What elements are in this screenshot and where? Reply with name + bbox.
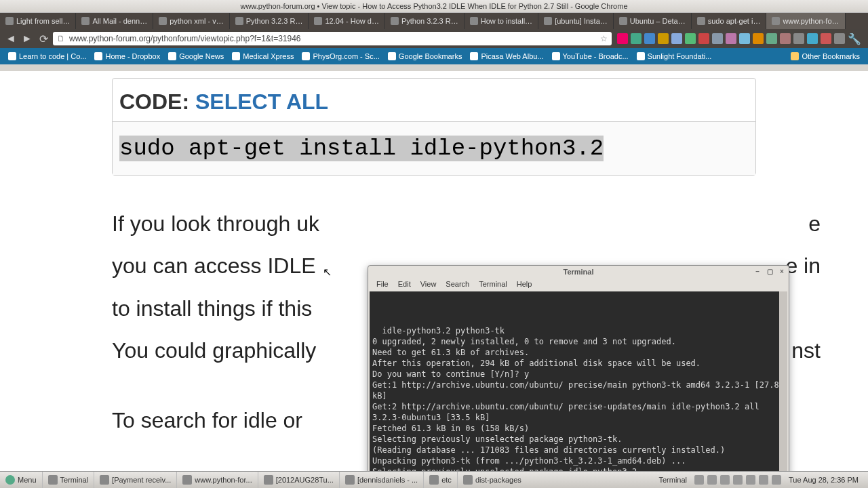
browser-tab[interactable]: All Mail - denn… <box>76 13 153 29</box>
favicon-icon <box>232 52 240 60</box>
extension-icon[interactable] <box>671 33 682 44</box>
extension-icon[interactable] <box>644 33 655 44</box>
extension-icon[interactable] <box>793 33 804 44</box>
app-icon <box>100 475 109 485</box>
favicon-icon <box>5 17 14 25</box>
minimize-button[interactable]: – <box>753 267 762 275</box>
extension-icon[interactable] <box>698 33 709 44</box>
bookmark-item[interactable]: Medical Xpress <box>228 52 298 60</box>
extension-icon[interactable] <box>753 33 764 44</box>
browser-tab[interactable]: [ubuntu] Insta… <box>538 13 614 29</box>
taskbar: Menu Terminal[Payment receiv...www.pytho… <box>0 471 868 488</box>
maximize-button[interactable]: ▢ <box>766 267 774 275</box>
favicon-icon <box>470 52 478 60</box>
taskbar-task[interactable]: Terminal <box>42 472 94 488</box>
favicon-icon <box>544 17 552 25</box>
terminal-menubar: FileEditViewSearchTerminalHelp <box>368 278 789 290</box>
bookmark-item[interactable]: PhysOrg.com - Sc... <box>298 52 383 60</box>
tray-icon[interactable] <box>772 475 781 485</box>
browser-tab[interactable]: 12.04 - How d… <box>309 13 384 29</box>
bookmark-item[interactable]: Google Bookmarks <box>384 52 467 60</box>
favicon-icon <box>772 17 780 25</box>
clock[interactable]: Tue Aug 28, 2:36 PM <box>785 476 863 484</box>
extension-icon[interactable] <box>658 33 669 44</box>
taskbar-task[interactable]: dist-packages <box>457 472 527 488</box>
tray-icon[interactable] <box>720 475 730 485</box>
extension-icon[interactable] <box>631 33 642 44</box>
browser-tab[interactable]: Python 3.2.3 R… <box>230 13 309 29</box>
bookmark-item[interactable]: Sunlight Foundati... <box>633 52 716 60</box>
taskbar-task[interactable]: [2012AUG28Tu... <box>258 472 339 488</box>
tray-icon[interactable] <box>694 475 704 485</box>
terminal-window[interactable]: Terminal – ▢ × FileEditViewSearchTermina… <box>368 265 789 488</box>
favicon-icon <box>168 52 176 60</box>
bookmarks-bar: Learn to code | Co...Home - DropboxGoogl… <box>0 48 868 64</box>
taskbar-task[interactable]: www.python-for... <box>176 472 257 488</box>
url-text: www.python-forum.org/pythonforum/viewtop… <box>69 34 301 43</box>
favicon-icon <box>8 52 16 60</box>
terminal-menu-terminal[interactable]: Terminal <box>475 280 511 288</box>
browser-tab[interactable]: Light from sell… <box>0 13 76 29</box>
app-icon <box>429 475 439 485</box>
terminal-menu-file[interactable]: File <box>372 280 393 288</box>
favicon-icon <box>235 17 243 25</box>
system-tray: Terminal Tue Aug 28, 2:36 PM <box>653 475 868 485</box>
browser-tab[interactable]: How to install… <box>465 13 538 29</box>
extension-icon[interactable] <box>685 33 696 44</box>
wrench-menu[interactable]: 🔧 <box>848 32 861 45</box>
taskbar-task[interactable]: [Payment receiv... <box>94 472 176 488</box>
tray-icon[interactable] <box>746 475 755 485</box>
folder-icon <box>791 52 799 60</box>
bookmark-item[interactable]: Home - Dropbox <box>90 52 164 60</box>
terminal-menu-view[interactable]: View <box>416 280 441 288</box>
browser-tab[interactable]: sudo apt-get i… <box>692 13 767 29</box>
tray-icon[interactable] <box>759 475 768 485</box>
reload-button[interactable]: ⟳ <box>37 32 50 45</box>
extension-icon[interactable] <box>780 33 791 44</box>
extension-icon[interactable] <box>726 33 736 44</box>
bookmark-item[interactable]: Learn to code | Co... <box>4 52 90 60</box>
close-button[interactable]: × <box>778 267 786 275</box>
start-menu-button[interactable]: Menu <box>0 475 42 485</box>
terminal-titlebar[interactable]: Terminal – ▢ × <box>368 266 789 278</box>
tray-icon[interactable] <box>707 475 717 485</box>
bookmark-item[interactable]: YouTube - Broadc... <box>548 52 633 60</box>
terminal-menu-edit[interactable]: Edit <box>394 280 415 288</box>
browser-tab[interactable]: Python 3.2.3 R… <box>385 13 465 29</box>
browser-tab[interactable]: www.python-fo… <box>766 13 845 29</box>
page-content: CODE: SELECT ALL sudo apt-get install id… <box>0 71 868 471</box>
favicon-icon <box>388 52 396 60</box>
taskbar-task[interactable]: [dennisdaniels - ... <box>339 472 423 488</box>
back-button[interactable]: ◄ <box>4 32 18 45</box>
extension-icon[interactable] <box>766 33 777 44</box>
extension-icon[interactable] <box>807 33 818 44</box>
terminal-output[interactable]: idle-python3.2 python3-tk 0 upgraded, 2 … <box>370 291 787 488</box>
extension-icon[interactable] <box>739 33 750 44</box>
code-body[interactable]: sudo apt-get install idle-python3.2 <box>113 122 755 175</box>
extension-icon[interactable] <box>712 33 723 44</box>
bookmark-item[interactable]: Google News <box>164 52 228 60</box>
tray-terminal-label[interactable]: Terminal <box>658 476 691 484</box>
terminal-scrollbar[interactable] <box>779 291 787 488</box>
extension-icon[interactable] <box>617 33 628 44</box>
favicon-icon <box>619 17 627 25</box>
extension-icons <box>617 33 845 44</box>
other-bookmarks[interactable]: Other Bookmarks <box>787 52 864 60</box>
forward-button[interactable]: ► <box>20 32 34 45</box>
browser-tab[interactable]: python xml - v… <box>153 13 229 29</box>
terminal-menu-search[interactable]: Search <box>441 280 473 288</box>
favicon-icon <box>470 17 478 25</box>
extension-icon[interactable] <box>821 33 831 44</box>
select-all-link[interactable]: SELECT ALL <box>195 89 328 114</box>
browser-toolbar: ◄ ► ⟳ 🗋 www.python-forum.org/pythonforum… <box>0 29 868 48</box>
tray-icon[interactable] <box>733 475 743 485</box>
terminal-menu-help[interactable]: Help <box>513 280 536 288</box>
browser-tab[interactable]: Ubuntu – Deta… <box>614 13 692 29</box>
code-block: CODE: SELECT ALL sudo apt-get install id… <box>112 78 756 176</box>
taskbar-task[interactable]: etc <box>423 472 457 488</box>
app-icon <box>48 475 58 485</box>
extension-icon[interactable] <box>834 33 845 44</box>
bookmark-item[interactable]: Picasa Web Albu... <box>466 52 547 60</box>
favicon-icon <box>81 17 90 25</box>
address-bar[interactable]: 🗋 www.python-forum.org/pythonforum/viewt… <box>53 32 612 45</box>
